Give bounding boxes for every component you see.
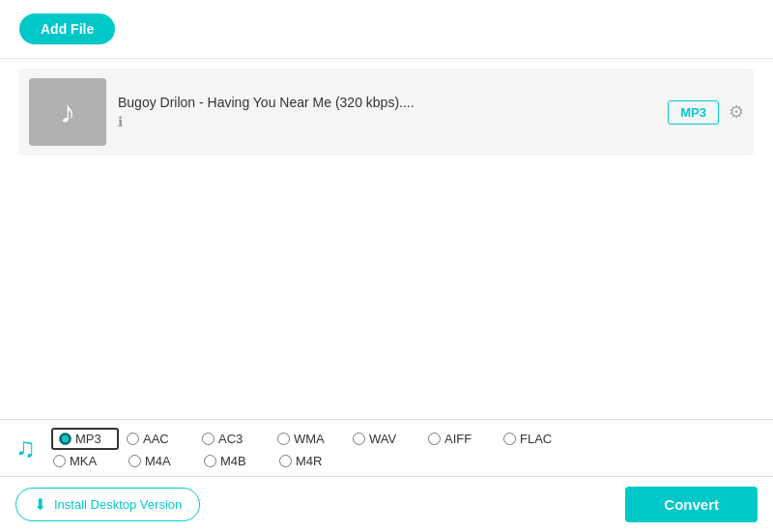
- format-selector: ♫ MP3 AAC AC3 WMA: [0, 420, 773, 477]
- music-icon: ♫: [15, 433, 36, 463]
- format-label-m4a: M4A: [145, 454, 171, 468]
- format-option-wav[interactable]: WAV: [353, 432, 420, 446]
- format-option-m4r[interactable]: M4R: [279, 454, 347, 468]
- file-thumbnail: ♪: [29, 78, 106, 146]
- file-item: ♪ Bugoy Drilon - Having You Near Me (320…: [19, 69, 754, 155]
- format-radio-m4a[interactable]: [129, 455, 141, 467]
- format-radio-wav[interactable]: [353, 433, 365, 445]
- install-desktop-button[interactable]: ⬇ Install Desktop Version: [15, 488, 200, 521]
- format-option-aiff[interactable]: AIFF: [428, 432, 496, 446]
- format-label-flac: FLAC: [520, 432, 552, 446]
- format-radio-wma[interactable]: [277, 433, 290, 445]
- format-row-1: MP3 AAC AC3 WMA WAV: [51, 428, 571, 450]
- format-option-m4a[interactable]: M4A: [129, 454, 196, 468]
- file-info: Bugoy Drilon - Having You Near Me (320 k…: [118, 95, 656, 129]
- format-radio-aac[interactable]: [127, 433, 139, 445]
- install-label: Install Desktop Version: [54, 497, 182, 512]
- format-radio-mp3[interactable]: [59, 433, 72, 445]
- format-option-aac[interactable]: AAC: [127, 432, 194, 446]
- format-label-wma: WMA: [294, 432, 325, 446]
- file-name: Bugoy Drilon - Having You Near Me (320 k…: [118, 95, 656, 110]
- format-radio-ac3[interactable]: [202, 433, 215, 445]
- download-icon: ⬇: [34, 495, 46, 514]
- file-actions: MP3 ⚙: [668, 100, 744, 125]
- format-label-mp3: MP3: [75, 432, 101, 446]
- bottom-bar: ♫ MP3 AAC AC3 WMA: [0, 419, 773, 532]
- file-list: ♪ Bugoy Drilon - Having You Near Me (320…: [0, 59, 773, 165]
- format-option-mka[interactable]: MKA: [53, 454, 121, 468]
- format-label-mka: MKA: [70, 454, 97, 468]
- top-bar: Add File: [0, 0, 773, 59]
- format-label-ac3: AC3: [218, 432, 243, 446]
- format-radio-aiff[interactable]: [428, 433, 441, 445]
- format-option-mp3[interactable]: MP3: [51, 428, 119, 450]
- formats-grid: MP3 AAC AC3 WMA WAV: [51, 428, 571, 468]
- format-label-m4b: M4B: [220, 454, 246, 468]
- format-option-m4b[interactable]: M4B: [204, 454, 272, 468]
- format-radio-flac[interactable]: [503, 433, 516, 445]
- info-icon[interactable]: ℹ: [118, 114, 123, 129]
- format-label-aac: AAC: [143, 432, 169, 446]
- format-radio-m4r[interactable]: [279, 455, 292, 467]
- format-label-wav: WAV: [369, 432, 396, 446]
- format-option-flac[interactable]: FLAC: [503, 432, 571, 446]
- format-option-wma[interactable]: WMA: [277, 432, 345, 446]
- format-option-ac3[interactable]: AC3: [202, 432, 270, 446]
- format-radio-m4b[interactable]: [204, 455, 216, 467]
- music-note-icon: ♪: [60, 95, 75, 130]
- format-radio-mka[interactable]: [53, 455, 66, 467]
- action-bar: ⬇ Install Desktop Version Convert: [0, 477, 773, 532]
- format-label-m4r: M4R: [296, 454, 322, 468]
- convert-button[interactable]: Convert: [625, 487, 758, 522]
- format-row-2: MKA M4A M4B M4R: [51, 454, 571, 468]
- format-badge: MP3: [668, 100, 719, 125]
- add-file-button[interactable]: Add File: [19, 14, 115, 44]
- format-label-aiff: AIFF: [444, 432, 472, 446]
- content-area: [0, 165, 773, 435]
- settings-icon[interactable]: ⚙: [729, 101, 744, 123]
